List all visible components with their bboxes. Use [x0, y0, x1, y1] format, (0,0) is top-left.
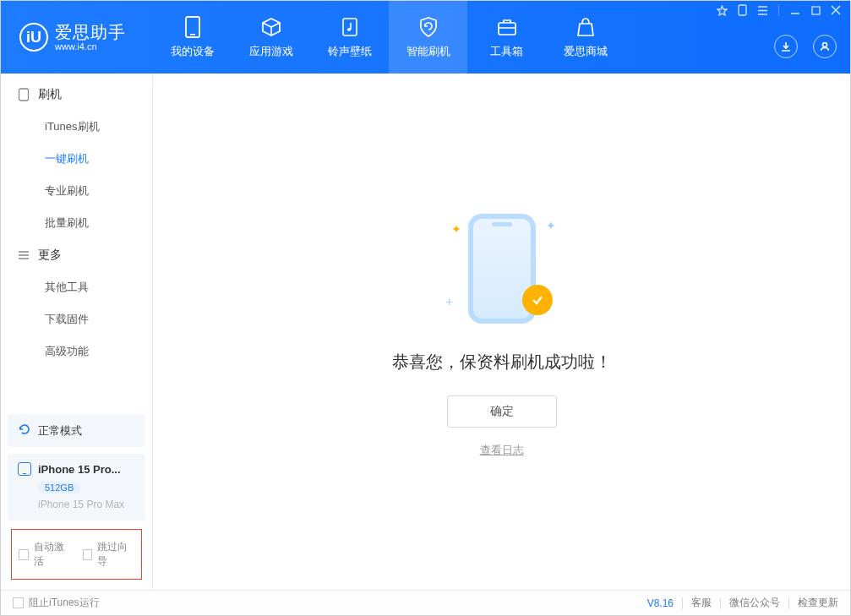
nav-label: 铃声壁纸	[328, 44, 372, 59]
user-icon[interactable]	[813, 35, 837, 58]
nav-device[interactable]: 我的设备	[153, 1, 232, 74]
sidebar-item-advanced[interactable]: 高级功能	[1, 335, 152, 368]
svg-rect-4	[499, 23, 516, 35]
device-icon	[181, 15, 205, 39]
main-panel: ✦ ✦ + 恭喜您，保资料刷机成功啦！ 确定 查看日志	[153, 74, 850, 590]
group-title: 更多	[38, 248, 62, 263]
phone-small-icon	[18, 88, 30, 101]
svg-point-7	[823, 43, 827, 47]
nav-flash[interactable]: 智能刷机	[389, 1, 467, 74]
phone-icon	[18, 462, 31, 476]
window-controls	[716, 4, 842, 16]
bag-icon	[574, 15, 597, 39]
minimize-icon[interactable]	[789, 4, 801, 16]
list-icon	[18, 250, 30, 260]
logo-text: 爱思助手 www.i4.cn	[55, 23, 126, 52]
menu-icon[interactable]	[756, 4, 768, 16]
group-title: 刷机	[38, 87, 62, 102]
footer-right: V8.16 客服 微信公众号 检查更新	[647, 596, 838, 610]
checkbox-auto-activate[interactable]: 自动激活	[19, 540, 71, 569]
svg-point-3	[347, 28, 351, 31]
sidebar-bottom: 正常模式 iPhone 15 Pro... 512GB iPhone 15 Pr…	[1, 407, 152, 590]
svg-rect-8	[19, 89, 29, 101]
device-name: iPhone 15 Pro...	[38, 463, 121, 476]
nav-label: 我的设备	[171, 44, 215, 59]
header-actions	[774, 35, 837, 58]
feedback-icon[interactable]	[716, 4, 728, 16]
top-nav: 我的设备 应用游戏 铃声壁纸 智能刷机 工具箱	[153, 1, 625, 74]
divider	[682, 597, 683, 609]
sidebar-item-othertools[interactable]: 其他工具	[1, 271, 152, 303]
nav-toolbox[interactable]: 工具箱	[467, 1, 546, 74]
divider	[788, 597, 789, 609]
wechat-link[interactable]: 微信公众号	[729, 596, 780, 610]
mode-label: 正常模式	[38, 423, 82, 439]
nav-label: 智能刷机	[406, 44, 450, 59]
app-body: 刷机 iTunes刷机 一键刷机 专业刷机 批量刷机 更多 其他工具 下载固件 …	[1, 74, 850, 590]
checkbox-label: 自动激活	[34, 540, 71, 569]
checkbox-label: 阻止iTunes运行	[29, 596, 100, 610]
close-icon[interactable]	[830, 4, 842, 16]
cube-icon	[259, 15, 283, 39]
sidebar-group-flash[interactable]: 刷机	[1, 79, 152, 111]
success-illustration: ✦ ✦ +	[426, 205, 578, 332]
highlight-checkbox-group: 自动激活 跳过向导	[11, 529, 142, 580]
sidebar-item-batch[interactable]: 批量刷机	[1, 207, 152, 239]
sparkle-icon: +	[446, 295, 453, 308]
refresh-icon	[18, 422, 31, 439]
svg-rect-6	[812, 7, 820, 14]
nav-apps[interactable]: 应用游戏	[232, 1, 310, 74]
sidebar-item-firmware[interactable]: 下载固件	[1, 303, 152, 335]
shield-refresh-icon	[417, 15, 440, 39]
checkbox-icon	[83, 549, 93, 560]
success-message: 恭喜您，保资料刷机成功啦！	[392, 351, 612, 373]
support-link[interactable]: 客服	[691, 596, 712, 610]
ok-button[interactable]: 确定	[447, 395, 557, 428]
status-bar: 阻止iTunes运行 V8.16 客服 微信公众号 检查更新	[1, 590, 850, 615]
mode-card[interactable]: 正常模式	[8, 414, 145, 447]
sparkle-icon: ✦	[546, 219, 556, 232]
nav-ringtone[interactable]: 铃声壁纸	[310, 1, 389, 74]
version-label: V8.16	[647, 597, 674, 609]
music-icon	[338, 15, 362, 39]
maximize-icon[interactable]	[810, 4, 821, 16]
app-logo: iU 爱思助手 www.i4.cn	[1, 23, 153, 52]
nav-label: 工具箱	[490, 44, 523, 59]
checkbox-block-itunes[interactable]: 阻止iTunes运行	[13, 596, 100, 610]
nav-label: 应用游戏	[249, 44, 293, 59]
nav-store[interactable]: 爱思商城	[546, 1, 625, 74]
divider	[720, 597, 721, 609]
svg-rect-2	[343, 19, 357, 35]
phone-link-icon[interactable]	[736, 4, 748, 16]
sidebar-item-oneclick[interactable]: 一键刷机	[1, 143, 152, 175]
checkbox-skip-guide[interactable]: 跳过向导	[83, 540, 135, 569]
svg-rect-1	[190, 34, 195, 35]
checkbox-icon	[13, 597, 24, 608]
sidebar: 刷机 iTunes刷机 一键刷机 专业刷机 批量刷机 更多 其他工具 下载固件 …	[1, 74, 153, 590]
device-card[interactable]: iPhone 15 Pro... 512GB iPhone 15 Pro Max	[8, 454, 145, 521]
sidebar-group-more[interactable]: 更多	[1, 239, 152, 271]
nav-label: 爱思商城	[564, 44, 608, 59]
checkbox-icon	[19, 549, 29, 560]
view-log-link[interactable]: 查看日志	[480, 443, 524, 458]
download-icon[interactable]	[774, 35, 798, 58]
check-badge-icon	[522, 285, 553, 315]
sidebar-item-itunes[interactable]: iTunes刷机	[1, 111, 152, 143]
sparkle-icon: ✦	[451, 222, 461, 236]
svg-rect-5	[739, 5, 746, 15]
toolbox-icon	[495, 15, 519, 39]
checkbox-label: 跳过向导	[97, 540, 134, 569]
sidebar-item-pro[interactable]: 专业刷机	[1, 175, 152, 207]
update-link[interactable]: 检查更新	[798, 596, 838, 610]
storage-badge: 512GB	[38, 482, 80, 493]
app-header: iU 爱思助手 www.i4.cn 我的设备 应用游戏 铃声壁纸	[1, 1, 850, 74]
logo-badge: iU	[19, 23, 48, 52]
app-url: www.i4.cn	[55, 41, 126, 52]
divider	[778, 4, 779, 16]
device-model: iPhone 15 Pro Max	[38, 499, 135, 510]
app-name: 爱思助手	[55, 23, 126, 41]
